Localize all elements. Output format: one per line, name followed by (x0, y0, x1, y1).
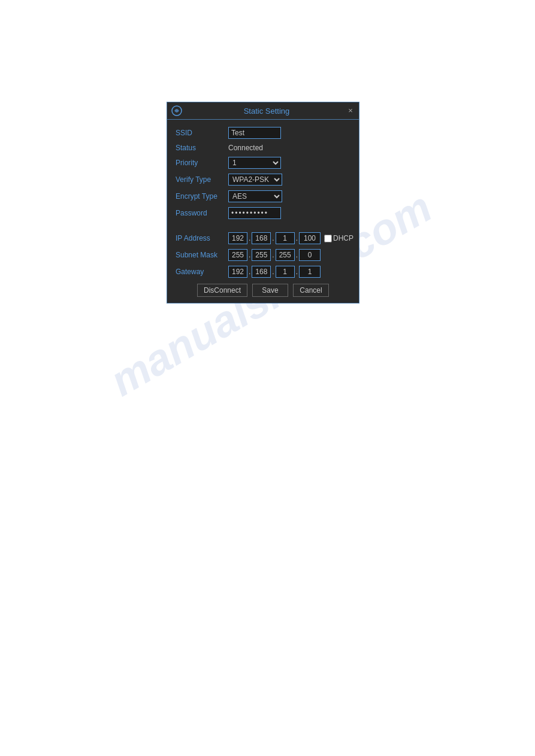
disconnect-button[interactable]: DisConnect (197, 284, 247, 297)
priority-select[interactable]: 1 2 3 (228, 157, 281, 169)
verify-select[interactable]: WPA2-PSK WPA-PSK WEP OPEN (228, 174, 282, 186)
static-setting-dialog: Static Setting × SSID Status Connected P… (167, 102, 359, 303)
gateway-group: . . . (228, 266, 321, 278)
encrypt-label: Encrypt Type (176, 192, 228, 201)
subnet-mask-row: Subnet Mask . . . (176, 249, 350, 261)
close-button[interactable]: × (346, 106, 355, 116)
subnet-dot-3: . (296, 251, 298, 259)
button-row: DisConnect Save Cancel (176, 284, 350, 297)
subnet-dot-1: . (249, 251, 250, 259)
dhcp-text: DHCP (333, 234, 353, 242)
priority-label: Priority (176, 159, 228, 167)
ip-dot-2: . (272, 234, 274, 242)
ip-address-group: . . . (228, 232, 321, 244)
status-label: Status (176, 144, 228, 152)
subnet-octet2[interactable] (252, 249, 271, 261)
ssid-input[interactable] (228, 127, 281, 139)
password-row: Password (176, 207, 350, 219)
save-button[interactable]: Save (252, 284, 288, 297)
ip-octet3[interactable] (276, 232, 295, 244)
ip-dot-3: . (296, 234, 298, 242)
ssid-label: SSID (176, 129, 228, 137)
gateway-dot-3: . (296, 268, 298, 276)
status-row: Status Connected (176, 144, 350, 152)
ip-octet1[interactable] (228, 232, 247, 244)
dialog-body: SSID Status Connected Priority 1 2 3 Ver… (167, 120, 359, 303)
priority-row: Priority 1 2 3 (176, 157, 350, 169)
subnet-mask-group: . . . (228, 249, 321, 261)
gateway-dot-1: . (249, 268, 250, 276)
subnet-label: Subnet Mask (176, 251, 228, 259)
gateway-octet4[interactable] (299, 266, 321, 278)
gateway-octet3[interactable] (276, 266, 295, 278)
gateway-row: Gateway . . . (176, 266, 350, 278)
status-value: Connected (228, 144, 263, 152)
password-input[interactable] (228, 207, 281, 219)
subnet-dot-2: . (272, 251, 274, 259)
separator (176, 224, 350, 227)
dhcp-checkbox[interactable] (324, 235, 332, 242)
ssid-row: SSID (176, 127, 350, 139)
cancel-button[interactable]: Cancel (293, 284, 329, 297)
gateway-dot-2: . (272, 268, 274, 276)
dhcp-label[interactable]: DHCP (324, 234, 353, 242)
encrypt-row: Encrypt Type AES TKIP (176, 190, 350, 202)
dialog-titlebar: Static Setting × (167, 102, 359, 120)
password-label: Password (176, 209, 228, 217)
ip-address-row: IP Address . . . DHCP (176, 232, 350, 244)
encrypt-select[interactable]: AES TKIP (228, 190, 282, 202)
ip-dot-1: . (249, 234, 250, 242)
verify-row: Verify Type WPA2-PSK WPA-PSK WEP OPEN (176, 174, 350, 186)
gateway-octet2[interactable] (252, 266, 271, 278)
gateway-octet1[interactable] (228, 266, 247, 278)
app-logo-icon (171, 105, 183, 117)
subnet-octet1[interactable] (228, 249, 247, 261)
gateway-label: Gateway (176, 268, 228, 276)
dialog-title: Static Setting (188, 107, 346, 116)
verify-label: Verify Type (176, 175, 228, 184)
ip-address-label: IP Address (176, 234, 228, 242)
ip-octet2[interactable] (252, 232, 271, 244)
subnet-octet4[interactable] (299, 249, 321, 261)
subnet-octet3[interactable] (276, 249, 295, 261)
ip-octet4[interactable] (299, 232, 321, 244)
